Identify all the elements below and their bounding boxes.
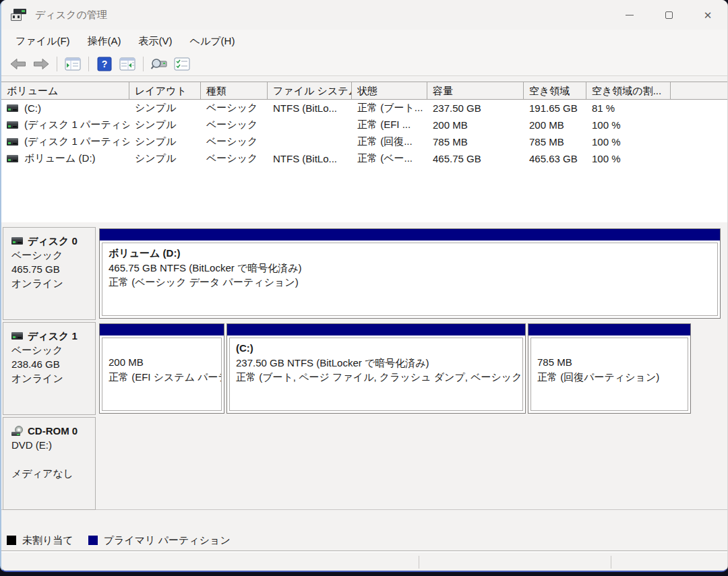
volume-name: ボリューム (D:) bbox=[24, 152, 96, 165]
status-bar-separator bbox=[419, 556, 419, 569]
close-icon: ✕ bbox=[704, 10, 712, 20]
show-action-pane-icon bbox=[119, 57, 135, 71]
cell-percent-free: 81 % bbox=[586, 102, 671, 114]
cell-free: 200 MB bbox=[524, 119, 586, 131]
partition-title bbox=[537, 341, 681, 355]
show-action-pane-button[interactable] bbox=[117, 55, 138, 73]
show-console-tree-icon bbox=[65, 57, 81, 71]
cell-status: 正常 (ブート... bbox=[352, 102, 427, 115]
disk-name: ディスク 1 bbox=[28, 329, 78, 343]
show-console-tree-button[interactable] bbox=[63, 55, 83, 73]
legend-swatch-primary-partition bbox=[88, 536, 98, 545]
menu-item-view[interactable]: 表示(V) bbox=[130, 32, 181, 51]
volume-icon bbox=[7, 121, 18, 129]
partition-d[interactable]: ボリューム (D:) 465.75 GB NTFS (BitLocker で暗号… bbox=[99, 228, 721, 319]
partition-recovery[interactable]: 785 MB 正常 (回復パーティション) bbox=[528, 323, 691, 414]
back-arrow-icon bbox=[10, 58, 26, 70]
status-bar bbox=[1, 552, 727, 572]
partition-size-line: 200 MB bbox=[109, 355, 215, 370]
cell-layout: シンプル bbox=[129, 119, 201, 131]
cell-type: ベーシック bbox=[201, 102, 268, 115]
partition-status-line: 正常 (ベーシック データ パーティション) bbox=[109, 275, 711, 290]
column-header-percent-free[interactable]: 空き領域の割... bbox=[586, 82, 671, 99]
cell-free: 191.65 GB bbox=[524, 102, 586, 114]
cell-layout: シンプル bbox=[129, 102, 201, 115]
graphical-view: ディスク 0 ベーシック 465.75 GB オンライン ボリューム (D:) … bbox=[1, 222, 727, 510]
cell-status: 正常 (回復... bbox=[352, 135, 427, 148]
column-header-blank bbox=[671, 82, 727, 99]
volume-row-efi[interactable]: (ディスク 1 パーティシ... シンプル ベーシック 正常 (EFI ... … bbox=[1, 117, 727, 133]
disk-1-row: ディスク 1 ベーシック 238.46 GB オンライン 200 MB 正常 (… bbox=[1, 322, 727, 415]
disk-size: 465.75 GB bbox=[11, 262, 92, 276]
legend-bar: 未割り当て プライマリ パーティション bbox=[1, 530, 727, 551]
menu-item-file[interactable]: ファイル(F) bbox=[7, 32, 79, 51]
forward-button[interactable] bbox=[31, 55, 51, 73]
column-header-volume[interactable]: ボリューム bbox=[1, 82, 129, 99]
titlebar: ディスクの管理 ✕ bbox=[1, 0, 727, 30]
volume-name: (C:) bbox=[24, 102, 41, 114]
cell-free: 465.63 GB bbox=[524, 153, 586, 164]
minimize-button[interactable] bbox=[610, 0, 649, 30]
disk-inspect-button[interactable] bbox=[149, 55, 169, 73]
disk-type: ベーシック bbox=[11, 343, 92, 357]
close-button[interactable]: ✕ bbox=[688, 0, 727, 30]
column-header-free[interactable]: 空き領域 bbox=[524, 82, 586, 99]
back-button[interactable] bbox=[8, 55, 28, 73]
cell-type: ベーシック bbox=[201, 119, 268, 131]
column-header-layout[interactable]: レイアウト bbox=[129, 82, 201, 99]
partition-status-line: 正常 (EFI システム パーテ bbox=[109, 370, 215, 385]
cell-type: ベーシック bbox=[201, 152, 268, 165]
volume-row-d[interactable]: ボリューム (D:) シンプル ベーシック NTFS (BitLo... 正常 … bbox=[1, 150, 727, 167]
partition-efi[interactable]: 200 MB 正常 (EFI システム パーテ bbox=[99, 323, 224, 414]
cell-percent-free: 100 % bbox=[586, 136, 671, 148]
cell-filesystem: NTFS (BitLo... bbox=[268, 153, 352, 164]
cdrom-name: CD-ROM 0 bbox=[28, 424, 78, 438]
partition-title: (C:) bbox=[236, 341, 516, 356]
disk-1-label[interactable]: ディスク 1 ベーシック 238.46 GB オンライン bbox=[3, 322, 96, 415]
disk-0-row: ディスク 0 ベーシック 465.75 GB オンライン ボリューム (D:) … bbox=[1, 227, 727, 320]
maximize-button[interactable] bbox=[649, 0, 688, 30]
toolbar-separator bbox=[57, 57, 57, 71]
legend-label-primary-partition: プライマリ パーティション bbox=[104, 534, 231, 547]
column-header-capacity[interactable]: 容量 bbox=[427, 82, 524, 99]
column-header-type[interactable]: 種類 bbox=[201, 82, 268, 99]
volume-icon bbox=[7, 138, 18, 146]
volume-row-c[interactable]: (C:) シンプル ベーシック NTFS (BitLo... 正常 (ブート..… bbox=[1, 100, 727, 117]
properties-list-button[interactable] bbox=[172, 55, 192, 73]
disk-status: オンライン bbox=[11, 371, 92, 385]
cell-capacity: 237.50 GB bbox=[427, 102, 524, 114]
volume-icon bbox=[7, 155, 18, 162]
partition-title bbox=[109, 341, 215, 355]
volume-row-recovery[interactable]: (ディスク 1 パーティシ... シンプル ベーシック 正常 (回復... 78… bbox=[1, 133, 727, 150]
cell-status: 正常 (EFI ... bbox=[352, 119, 427, 131]
partition-size-line: 785 MB bbox=[537, 355, 681, 370]
window-title: ディスクの管理 bbox=[35, 9, 107, 22]
disk-icon bbox=[11, 332, 23, 340]
cdrom-0-label[interactable]: CD-ROM 0 DVD (E:) メディアなし bbox=[3, 417, 96, 510]
legend-swatch-unallocated bbox=[7, 536, 16, 545]
cdrom-drive-letter: DVD (E:) bbox=[11, 438, 92, 452]
help-button[interactable]: ? bbox=[94, 55, 115, 73]
partition-size-line: 465.75 GB NTFS (BitLocker で暗号化済み) bbox=[109, 261, 711, 276]
cell-type: ベーシック bbox=[201, 135, 268, 148]
partition-title: ボリューム (D:) bbox=[109, 246, 711, 261]
disk-0-track: ボリューム (D:) 465.75 GB NTFS (BitLocker で暗号… bbox=[99, 228, 721, 319]
svg-text:?: ? bbox=[102, 59, 108, 69]
partition-c[interactable]: (C:) 237.50 GB NTFS (BitLocker で暗号化済み) 正… bbox=[226, 323, 526, 414]
menu-item-help[interactable]: ヘルプ(H) bbox=[181, 32, 244, 51]
minimize-icon bbox=[626, 15, 634, 15]
volume-name: (ディスク 1 パーティシ... bbox=[24, 135, 129, 148]
forward-arrow-icon bbox=[33, 58, 49, 70]
disk-name: ディスク 0 bbox=[28, 234, 78, 248]
maximize-icon bbox=[665, 11, 673, 19]
disk-management-window: ディスクの管理 ✕ ファイル(F) 操作(A) 表示(V) ヘルプ(H) bbox=[0, 0, 728, 572]
status-bar-separator bbox=[611, 556, 611, 569]
partition-color-band bbox=[100, 324, 224, 335]
column-header-filesystem[interactable]: ファイル システム bbox=[268, 82, 352, 99]
disk-0-label[interactable]: ディスク 0 ベーシック 465.75 GB オンライン bbox=[3, 227, 96, 320]
cell-percent-free: 100 % bbox=[586, 119, 671, 131]
column-header-status[interactable]: 状態 bbox=[352, 82, 427, 99]
cdrom-media-status: メディアなし bbox=[11, 466, 92, 480]
menu-item-action[interactable]: 操作(A) bbox=[79, 32, 130, 51]
cell-capacity: 465.75 GB bbox=[427, 153, 524, 164]
